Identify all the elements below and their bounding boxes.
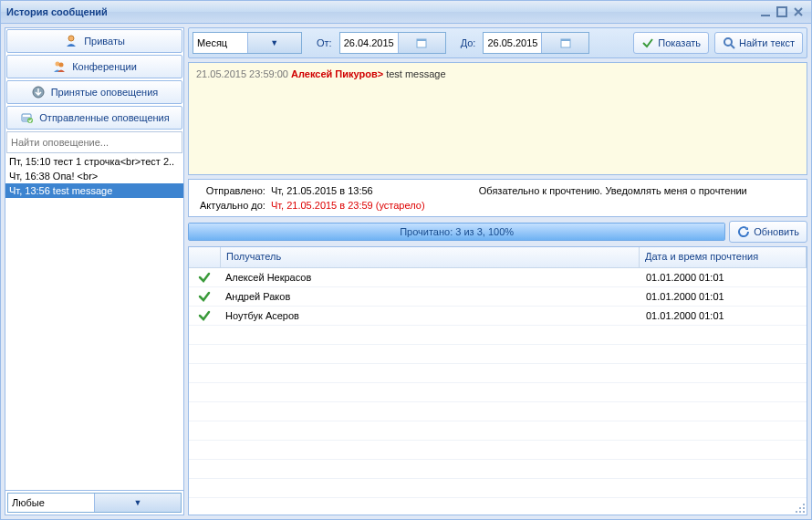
- main-panel: Месяц ▼ От: 26.04.2015 До: 26.05.2015: [188, 27, 807, 515]
- inbox-icon: [31, 85, 46, 99]
- svg-rect-1: [777, 7, 786, 16]
- outbox-icon: [19, 110, 34, 125]
- calendar-icon[interactable]: [398, 33, 445, 53]
- col-recipient[interactable]: Получатель: [221, 247, 640, 267]
- combo-value: Месяц: [193, 37, 247, 48]
- sidebar-btn-received[interactable]: Принятые оповещения: [6, 80, 182, 104]
- refresh-button[interactable]: Обновить: [729, 221, 807, 243]
- check-icon: [641, 36, 654, 49]
- history-window: История сообщений Приваты Конфер: [0, 0, 812, 520]
- sent-label: Отправлено:: [200, 185, 265, 196]
- recipient-time: 01.01.2000 01:01: [640, 289, 807, 304]
- message-sep: >: [378, 68, 383, 79]
- message-sender: Алексей Пикуров: [291, 68, 378, 79]
- minimize-icon[interactable]: [758, 5, 773, 19]
- message-timestamp: 21.05.2015 23:59:00: [196, 68, 288, 79]
- svg-point-18: [803, 504, 805, 505]
- to-label: До:: [452, 37, 478, 48]
- sidebar-btn-sent[interactable]: Отправленные оповещения: [6, 106, 182, 130]
- window-title: История сообщений: [6, 6, 108, 17]
- to-date-field[interactable]: 26.05.2015: [483, 32, 589, 54]
- maximize-icon[interactable]: [775, 5, 789, 19]
- check-icon: [198, 290, 211, 303]
- filter-combo[interactable]: Любые ▼: [7, 493, 182, 513]
- button-label: Обновить: [754, 226, 799, 237]
- sidebar: Приваты Конференции Принятые оповещения …: [5, 27, 184, 515]
- recipient-name: Ноутбук Асеров: [220, 308, 640, 323]
- table-row[interactable]: Андрей Раков 01.01.2000 01:01: [189, 287, 807, 307]
- sent-value: Чт, 21.05.2015 в 13:56: [271, 185, 425, 196]
- from-label: От:: [307, 37, 334, 48]
- col-readtime[interactable]: Дата и время прочтения: [640, 247, 807, 267]
- close-icon[interactable]: [791, 5, 806, 19]
- svg-point-14: [799, 511, 801, 513]
- meta-panel: Отправлено: Чт, 21.05.2015 в 13:56 Обяза…: [188, 179, 807, 217]
- sidebar-btn-label: Принятые оповещения: [51, 87, 159, 98]
- calendar-icon[interactable]: [541, 33, 588, 53]
- sidebar-btn-conferences[interactable]: Конференции: [6, 55, 182, 78]
- sidebar-btn-privates[interactable]: Приваты: [6, 29, 182, 53]
- search-input[interactable]: [6, 131, 182, 153]
- valid-label: Актуально до:: [200, 200, 265, 211]
- person-icon: [64, 34, 78, 48]
- resize-grip-icon[interactable]: [793, 501, 806, 514]
- read-progress-bar: Прочитано: 3 из 3, 100%: [188, 223, 725, 241]
- refresh-icon: [737, 225, 750, 238]
- button-label: Найти текст: [739, 37, 795, 48]
- sidebar-btn-label: Конференции: [72, 61, 137, 72]
- show-button[interactable]: Показать: [633, 32, 709, 54]
- list-item[interactable]: Пт, 15:10 тест 1 строчка<br>тест 2..: [5, 154, 183, 169]
- message-area[interactable]: 21.05.2015 23:59:00 Алексей Пикуров> tes…: [188, 62, 807, 175]
- chevron-down-icon[interactable]: ▼: [247, 33, 302, 53]
- svg-point-13: [803, 511, 805, 513]
- titlebar[interactable]: История сообщений: [1, 1, 811, 24]
- check-icon: [198, 271, 211, 284]
- combo-value: Любые: [8, 497, 94, 508]
- svg-rect-11: [561, 39, 570, 41]
- table-row[interactable]: Алексей Некрасов 01.01.2000 01:01: [189, 268, 807, 287]
- chevron-down-icon[interactable]: ▼: [94, 494, 181, 512]
- svg-point-15: [803, 507, 805, 509]
- find-text-button[interactable]: Найти текст: [714, 32, 803, 54]
- svg-rect-9: [417, 39, 426, 41]
- sidebar-btn-label: Приваты: [84, 36, 125, 47]
- people-icon: [52, 59, 67, 74]
- flags-text: Обязательно к прочтению. Уведомлять меня…: [431, 185, 796, 196]
- from-date-field[interactable]: 26.04.2015: [339, 32, 446, 54]
- valid-value: Чт, 21.05.2015 в 23:59 (устарело): [271, 200, 425, 211]
- svg-point-12: [724, 38, 732, 46]
- svg-point-17: [799, 507, 801, 509]
- svg-point-16: [796, 511, 797, 513]
- svg-point-2: [68, 36, 74, 41]
- progress-text: Прочитано: 3 из 3, 100%: [400, 226, 514, 237]
- recipient-time: 01.01.2000 01:01: [640, 270, 807, 285]
- recipient-name: Андрей Раков: [220, 289, 640, 304]
- period-combo[interactable]: Месяц ▼: [193, 32, 302, 54]
- svg-point-4: [59, 63, 64, 68]
- recipients-grid: Получатель Дата и время прочтения Алексе…: [188, 246, 807, 515]
- date-value: 26.05.2015: [484, 37, 541, 48]
- search-icon: [723, 36, 735, 49]
- list-item[interactable]: Чт, 16:38 Опа! <br>: [5, 169, 183, 183]
- date-value: 26.04.2015: [340, 37, 398, 48]
- table-row[interactable]: Ноутбук Асеров 01.01.2000 01:01: [189, 307, 807, 326]
- recipient-time: 01.01.2000 01:01: [640, 308, 807, 323]
- message-body: test message: [386, 68, 445, 79]
- recipient-name: Алексей Некрасов: [220, 270, 640, 285]
- svg-rect-0: [761, 15, 770, 16]
- sidebar-list[interactable]: Пт, 15:10 тест 1 строчка<br>тест 2.. Чт,…: [5, 154, 183, 490]
- list-item[interactable]: Чт, 13:56 test message: [5, 183, 183, 198]
- grid-header: Получатель Дата и время прочтения: [189, 247, 807, 268]
- toolbar: Месяц ▼ От: 26.04.2015 До: 26.05.2015: [188, 27, 807, 58]
- grid-body[interactable]: Алексей Некрасов 01.01.2000 01:01 Андрей…: [189, 268, 807, 515]
- button-label: Показать: [658, 37, 701, 48]
- sidebar-btn-label: Отправленные оповещения: [39, 112, 169, 123]
- check-icon: [198, 309, 211, 322]
